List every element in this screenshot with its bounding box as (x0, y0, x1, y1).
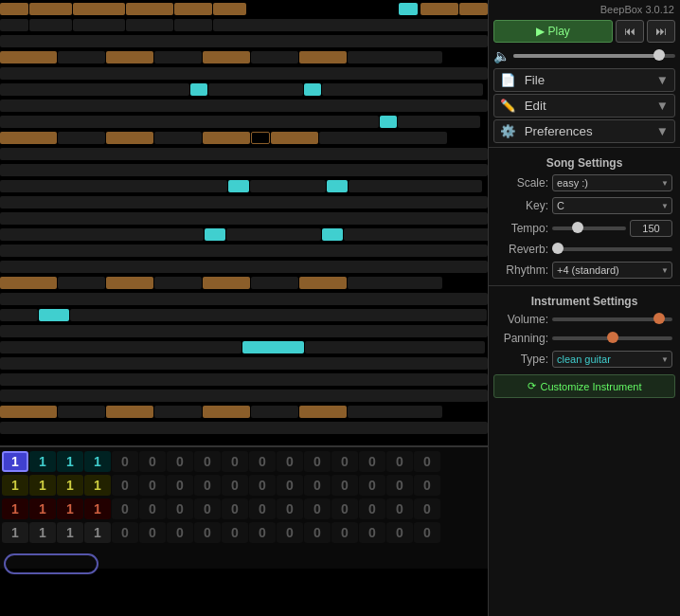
seq-block[interactable] (349, 180, 482, 192)
pattern-number[interactable]: 0 (414, 522, 440, 543)
seq-block[interactable] (0, 422, 488, 434)
seq-block[interactable] (0, 245, 488, 257)
pattern-number[interactable]: 1 (2, 522, 28, 543)
pattern-number[interactable]: 0 (222, 475, 248, 496)
add-pattern-button[interactable] (4, 553, 98, 574)
seq-block[interactable] (190, 83, 207, 96)
seq-block[interactable] (0, 3, 28, 15)
seq-block[interactable] (106, 51, 153, 63)
seq-block[interactable] (106, 132, 153, 144)
seq-block[interactable] (459, 3, 488, 15)
pattern-number[interactable]: 0 (277, 522, 303, 543)
pattern-number[interactable]: 0 (386, 475, 413, 496)
panning-slider[interactable] (552, 336, 672, 340)
seq-block[interactable] (0, 83, 189, 96)
pattern-number[interactable]: 1 (29, 451, 56, 472)
pattern-number[interactable]: 1 (29, 475, 56, 496)
seq-block[interactable] (203, 51, 250, 63)
pattern-number[interactable]: 0 (359, 522, 385, 543)
pattern-number[interactable]: 0 (304, 498, 331, 519)
seq-block[interactable] (421, 3, 458, 15)
seq-block[interactable] (58, 406, 105, 418)
pattern-number[interactable]: 0 (331, 498, 358, 519)
seq-block[interactable] (29, 3, 72, 15)
seq-block[interactable] (154, 51, 202, 63)
pattern-number[interactable]: 0 (331, 522, 358, 543)
pattern-number[interactable]: 0 (194, 451, 221, 472)
pattern-number[interactable]: 0 (167, 498, 193, 519)
tempo-input[interactable] (630, 220, 672, 237)
pattern-number[interactable]: 0 (304, 475, 331, 496)
seq-block[interactable] (322, 228, 343, 241)
pattern-number[interactable]: 0 (167, 475, 193, 496)
pattern-number[interactable]: 1 (57, 522, 83, 543)
pattern-number[interactable]: 0 (112, 451, 138, 472)
seq-block[interactable] (251, 406, 298, 418)
seq-block[interactable] (380, 116, 397, 128)
seq-block[interactable] (106, 277, 153, 289)
pattern-number[interactable]: 0 (359, 475, 385, 496)
pattern-number[interactable]: 0 (167, 451, 193, 472)
pattern-number[interactable]: 0 (194, 475, 221, 496)
seq-block[interactable] (398, 116, 480, 128)
pattern-number[interactable]: 0 (249, 475, 276, 496)
seq-block[interactable] (299, 277, 347, 289)
pattern-number[interactable]: 1 (29, 498, 56, 519)
seq-block[interactable] (251, 51, 298, 63)
pattern-number[interactable]: 1 (2, 498, 28, 519)
seq-block[interactable] (271, 132, 318, 144)
seq-block[interactable] (203, 406, 250, 418)
seq-block[interactable] (58, 132, 105, 144)
seq-block[interactable] (305, 341, 485, 353)
seq-block[interactable] (0, 325, 488, 337)
seq-block[interactable] (299, 51, 347, 63)
pattern-number[interactable]: 0 (359, 498, 385, 519)
customize-instrument-button[interactable]: ⟳ Customize Instrument (493, 374, 675, 398)
pattern-number[interactable]: 0 (331, 475, 358, 496)
seq-block[interactable] (58, 51, 105, 63)
seq-block[interactable] (126, 3, 173, 15)
seq-block[interactable] (0, 357, 488, 370)
seq-block[interactable] (0, 164, 488, 176)
pattern-number[interactable]: 0 (222, 498, 248, 519)
seq-block[interactable] (174, 3, 212, 15)
rewind-button[interactable]: ⏮ (616, 20, 644, 43)
reverb-slider[interactable] (552, 247, 672, 251)
pattern-number[interactable]: 0 (277, 475, 303, 496)
seq-block[interactable] (304, 83, 321, 96)
seq-block[interactable] (0, 148, 488, 160)
pattern-number[interactable]: 0 (112, 498, 138, 519)
pattern-number[interactable]: 0 (112, 475, 138, 496)
pattern-number[interactable]: 0 (386, 451, 413, 472)
seq-block[interactable] (228, 180, 249, 192)
rhythm-select[interactable]: +4 (standard) (552, 262, 672, 279)
seq-block[interactable] (0, 212, 488, 225)
pattern-number[interactable]: 0 (414, 451, 440, 472)
seq-block[interactable] (322, 83, 483, 96)
pattern-number[interactable]: 1 (84, 498, 111, 519)
pattern-number[interactable]: 1 (2, 475, 28, 496)
seq-block-outline[interactable] (251, 132, 270, 144)
pattern-number[interactable]: 0 (112, 522, 138, 543)
pattern-number[interactable]: 0 (222, 522, 248, 543)
seq-block[interactable] (154, 132, 202, 144)
pattern-number[interactable]: 1 (84, 475, 111, 496)
pattern-number[interactable]: 0 (414, 475, 440, 496)
seq-block[interactable] (29, 19, 72, 31)
sequencer-canvas[interactable] (0, 0, 488, 445)
pattern-number[interactable]: 0 (304, 522, 331, 543)
pattern-number[interactable]: 0 (139, 475, 166, 496)
scale-select[interactable]: easy :) (552, 174, 672, 191)
pattern-number[interactable]: 1 (2, 451, 28, 472)
pattern-number[interactable]: 1 (57, 498, 83, 519)
seq-block[interactable] (0, 341, 242, 353)
seq-block[interactable] (0, 132, 57, 144)
instrument-type-select[interactable]: clean guitar (552, 351, 672, 368)
seq-block[interactable] (213, 3, 246, 15)
seq-block[interactable] (226, 228, 321, 241)
pattern-number[interactable]: 0 (277, 451, 303, 472)
pattern-number[interactable]: 0 (194, 498, 221, 519)
seq-block[interactable] (106, 406, 153, 418)
seq-block[interactable] (0, 116, 379, 128)
pattern-number[interactable]: 0 (167, 522, 193, 543)
